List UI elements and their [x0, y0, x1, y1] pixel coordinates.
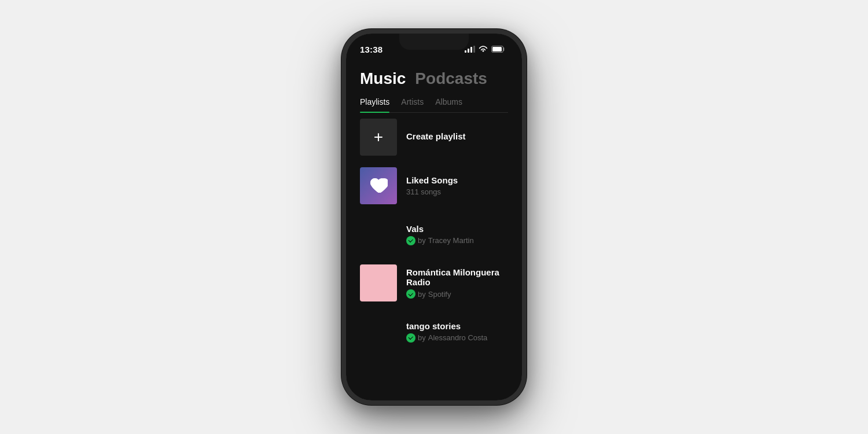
status-icons — [465, 46, 506, 53]
playlist-title: Vals — [406, 224, 508, 234]
playlist-author-prefix: by — [418, 333, 426, 342]
phone-wrapper: 13:38 — [341, 29, 527, 405]
app-header: Music Podcasts Playlists Artists Albums — [346, 65, 522, 113]
playlist-info: Vals by Tracey Martin — [406, 224, 508, 245]
tab-albums[interactable]: Albums — [435, 97, 462, 112]
liked-songs-thumb — [360, 167, 397, 204]
playlist-title: Create playlist — [406, 131, 508, 141]
playlist-info: tango stories by Alessandro Costa — [406, 321, 508, 343]
list-item[interactable]: + Create playlist — [346, 113, 522, 161]
playlist-meta: by Tracey Martin — [406, 236, 508, 245]
playlist-title: Liked Songs — [406, 175, 508, 185]
vals-thumb — [360, 216, 397, 253]
downloaded-icon — [406, 333, 415, 343]
playlist-list: + Create playlist — [346, 113, 522, 356]
playlist-info: Romántica Milonguera Radio by Spotify — [406, 267, 508, 299]
list-item[interactable]: tango stories by Alessandro Costa — [346, 307, 522, 356]
downloaded-icon — [406, 289, 415, 299]
tab-podcasts[interactable]: Podcasts — [415, 69, 487, 88]
list-item[interactable]: Liked Songs 311 songs — [346, 161, 522, 210]
sub-tabs: Playlists Artists Albums — [360, 97, 508, 113]
playlist-author: Tracey Martin — [428, 236, 474, 245]
playlist-author-prefix: by — [418, 236, 426, 245]
playlist-subtitle: 311 songs — [406, 187, 508, 196]
tab-music[interactable]: Music — [360, 69, 406, 88]
playlist-title: Romántica Milonguera Radio — [406, 267, 508, 287]
playlist-author-prefix: by — [418, 290, 426, 299]
phone-frame: 13:38 — [341, 29, 527, 405]
playlist-meta: by Alessandro Costa — [406, 333, 508, 343]
tab-artists[interactable]: Artists — [401, 97, 424, 112]
playlist-author: Spotify — [428, 290, 451, 299]
battery-icon — [491, 46, 506, 53]
tab-playlists[interactable]: Playlists — [360, 97, 389, 112]
playlist-info: Create playlist — [406, 131, 508, 144]
main-tabs: Music Podcasts — [360, 69, 508, 88]
status-time: 13:38 — [360, 45, 382, 54]
plus-icon: + — [374, 128, 383, 146]
svg-rect-1 — [492, 47, 502, 52]
wifi-icon — [479, 46, 488, 53]
signal-icon — [465, 46, 475, 53]
heart-icon — [369, 178, 388, 194]
content: Music Podcasts Playlists Artists Albums — [346, 59, 522, 400]
create-playlist-thumb: + — [360, 119, 397, 156]
list-item[interactable]: Vals by Tracey Martin — [346, 210, 522, 259]
screen: 13:38 — [346, 34, 522, 400]
playlist-title: tango stories — [406, 321, 508, 331]
playlist-info: Liked Songs 311 songs — [406, 175, 508, 196]
tango-thumb — [360, 313, 397, 350]
playlist-meta: by Spotify — [406, 289, 508, 299]
notch — [399, 34, 469, 50]
romantica-thumb — [360, 264, 397, 301]
list-item[interactable]: Romántica Milonguera Radio by Spotify — [346, 259, 522, 307]
downloaded-icon — [406, 236, 415, 245]
playlist-author: Alessandro Costa — [428, 333, 488, 342]
